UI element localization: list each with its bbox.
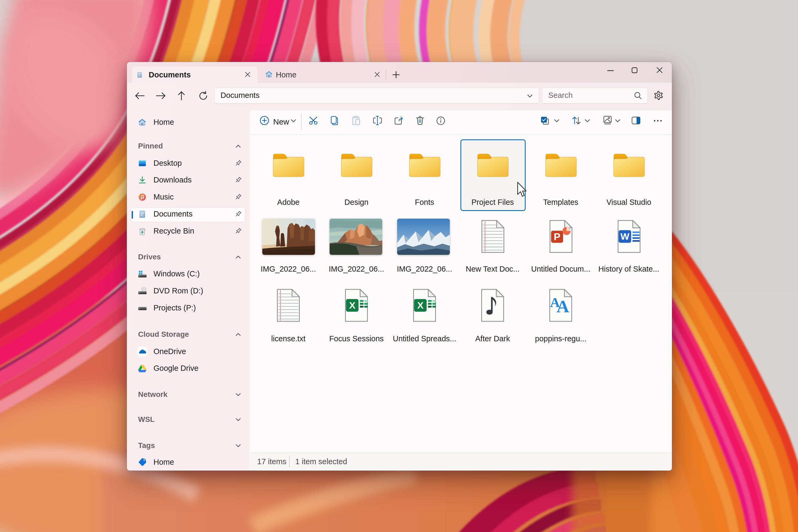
- svg-text:X: X: [417, 300, 423, 311]
- svg-text:X: X: [349, 300, 355, 311]
- svg-text:A: A: [556, 297, 569, 316]
- svg-text:W: W: [621, 231, 630, 242]
- svg-text:P: P: [554, 231, 560, 242]
